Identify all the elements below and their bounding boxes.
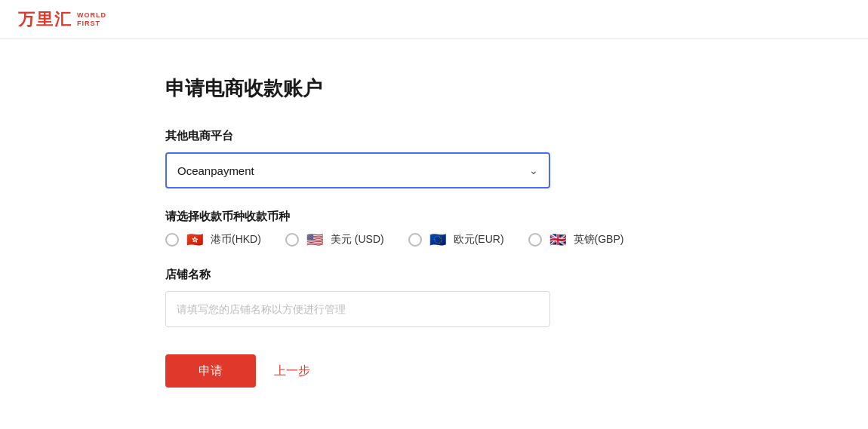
radio-hkd[interactable] <box>165 233 179 247</box>
flag-hkd-icon: 🇭🇰 <box>185 233 205 247</box>
logo: 万里汇 WORLD FIRST <box>18 8 106 31</box>
currency-label: 请选择收款币种收款币种 <box>165 210 703 224</box>
radio-usd[interactable] <box>285 233 299 247</box>
chevron-down-icon: ⌄ <box>529 164 538 176</box>
currency-label-usd: 美元 (USD) <box>331 233 384 247</box>
platform-dropdown[interactable]: Oceanpayment ⌄ <box>165 152 550 188</box>
logo-cn: 万里汇 <box>18 8 72 31</box>
store-label: 店铺名称 <box>165 268 703 282</box>
currency-options: 🇭🇰 港币(HKD) 🇺🇸 美元 (USD) 🇪🇺 欧元(EUR) 🇬🇧 英镑(… <box>165 233 703 247</box>
logo-first: FIRST <box>77 20 106 28</box>
platform-value: Oceanpayment <box>177 164 254 177</box>
logo-world: WORLD <box>77 11 106 20</box>
currency-label-hkd: 港币(HKD) <box>211 233 261 247</box>
back-button[interactable]: 上一步 <box>274 363 310 379</box>
main-content: 申请电商收款账户 其他电商平台 Oceanpayment ⌄ 请选择收款币种收款… <box>147 39 721 424</box>
header: 万里汇 WORLD FIRST <box>0 0 868 39</box>
page-title: 申请电商收款账户 <box>165 75 703 102</box>
flag-eur-icon: 🇪🇺 <box>428 233 448 247</box>
logo-en: WORLD FIRST <box>77 11 106 28</box>
flag-gbp-icon: 🇬🇧 <box>548 233 568 247</box>
platform-label: 其他电商平台 <box>165 129 703 143</box>
currency-section: 请选择收款币种收款币种 🇭🇰 港币(HKD) 🇺🇸 美元 (USD) 🇪🇺 欧元… <box>165 210 703 247</box>
platform-section: 其他电商平台 Oceanpayment ⌄ <box>165 129 703 188</box>
submit-button[interactable]: 申请 <box>165 354 256 388</box>
currency-option-hkd[interactable]: 🇭🇰 港币(HKD) <box>165 233 261 247</box>
currency-label-gbp: 英镑(GBP) <box>574 233 624 247</box>
currency-option-gbp[interactable]: 🇬🇧 英镑(GBP) <box>528 233 624 247</box>
flag-usd-icon: 🇺🇸 <box>305 233 325 247</box>
radio-gbp[interactable] <box>528 233 542 247</box>
store-section: 店铺名称 <box>165 268 703 327</box>
button-row: 申请 上一步 <box>165 354 703 388</box>
currency-option-usd[interactable]: 🇺🇸 美元 (USD) <box>285 233 384 247</box>
radio-eur[interactable] <box>408 233 422 247</box>
currency-label-eur: 欧元(EUR) <box>454 233 504 247</box>
currency-option-eur[interactable]: 🇪🇺 欧元(EUR) <box>408 233 504 247</box>
store-input[interactable] <box>165 291 550 327</box>
